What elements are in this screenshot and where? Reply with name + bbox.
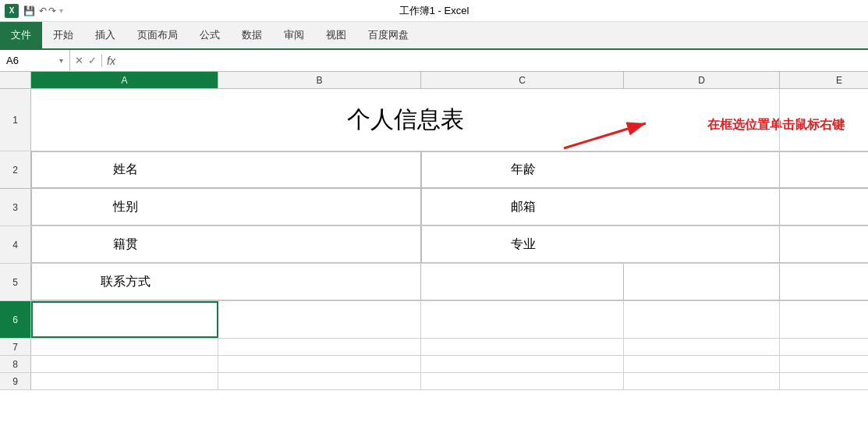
cell-ref-dropdown[interactable]: ▾	[59, 56, 63, 65]
cell-E6[interactable]	[780, 301, 868, 338]
cell-D7[interactable]	[624, 339, 780, 355]
grid-row-8: 8	[0, 356, 868, 373]
grid-row-2: 2 姓名 年龄	[0, 151, 868, 189]
grid-row-9: 9	[0, 373, 868, 390]
col-header-C[interactable]: C	[421, 72, 624, 88]
cell-B6[interactable]	[218, 301, 421, 338]
cell-C2-value: 年龄	[511, 162, 536, 178]
cell-ref-value: A6	[6, 55, 19, 66]
cell-A9[interactable]	[31, 373, 218, 389]
cell-D8[interactable]	[624, 356, 780, 372]
cancel-icon[interactable]: ✕	[75, 55, 83, 66]
row-num-6[interactable]: 6	[0, 301, 31, 338]
cell-C6[interactable]	[421, 301, 624, 338]
formula-bar-actions: ✕ ✓ fx	[70, 55, 120, 67]
column-header-row: A B C D E	[0, 72, 868, 89]
grid-row-6: 6	[0, 301, 868, 339]
cell-C3[interactable]: 邮箱	[421, 189, 624, 226]
redo-icon[interactable]: ↷	[48, 5, 56, 16]
cell-D3[interactable]	[624, 189, 780, 226]
spreadsheet: A B C D E 1 个人信息表 2 姓名 年龄	[0, 72, 868, 390]
grid-row-7: 7	[0, 339, 868, 356]
col-header-B[interactable]: B	[218, 72, 421, 88]
cell-D4[interactable]	[624, 226, 780, 263]
cell-D2[interactable]	[624, 151, 780, 188]
cell-B3[interactable]	[218, 189, 421, 226]
tab-view[interactable]: 视图	[315, 22, 357, 48]
cell-C4[interactable]: 专业	[421, 226, 624, 263]
grid-row-5: 5 联系方式	[0, 264, 868, 301]
col-header-D[interactable]: D	[624, 72, 780, 88]
row-num-7[interactable]: 7	[0, 339, 31, 355]
cell-E3[interactable]	[780, 189, 868, 226]
cell-C5[interactable]	[421, 264, 624, 300]
cell-D9[interactable]	[624, 373, 780, 389]
tab-insert[interactable]: 插入	[84, 22, 126, 48]
title-bar-left: X 💾 ↶ ↷ ▾	[5, 4, 63, 18]
confirm-icon[interactable]: ✓	[88, 55, 97, 66]
cell-A2[interactable]: 姓名	[31, 151, 218, 188]
tab-review[interactable]: 审阅	[273, 22, 315, 48]
function-icon[interactable]: fx	[101, 55, 115, 67]
cell-B8[interactable]	[218, 356, 421, 372]
cell-A1[interactable]: 个人信息表	[31, 89, 780, 151]
cell-E7[interactable]	[780, 339, 868, 355]
cell-A7[interactable]	[31, 339, 218, 355]
save-icon[interactable]: 💾	[22, 4, 36, 18]
cell-A3[interactable]: 性别	[31, 189, 218, 226]
tab-file[interactable]: 文件	[0, 22, 42, 48]
cell-C7[interactable]	[421, 339, 624, 355]
row-num-header-corner	[0, 72, 31, 88]
cell-B9[interactable]	[218, 373, 421, 389]
cell-C9[interactable]	[421, 373, 624, 389]
cell-E5[interactable]	[780, 264, 868, 300]
cell-reference-box[interactable]: A6 ▾	[0, 50, 70, 71]
tab-baidu[interactable]: 百度网盘	[357, 22, 420, 48]
cell-A2-value: 姓名	[113, 162, 138, 178]
row-num-4[interactable]: 4	[0, 226, 31, 263]
tab-pagelayout[interactable]: 页面布局	[126, 22, 189, 48]
formula-input[interactable]	[120, 50, 868, 71]
grid-row-1: 1 个人信息表	[0, 89, 868, 151]
row-num-2[interactable]: 2	[0, 151, 31, 188]
cell-A5-value: 联系方式	[101, 274, 151, 290]
cell-A6-selected[interactable]	[31, 301, 218, 338]
cell-B7[interactable]	[218, 339, 421, 355]
cell-D5[interactable]	[624, 264, 780, 300]
title-bar: X 💾 ↶ ↷ ▾ 工作簿1 - Excel	[0, 0, 868, 22]
row-num-3[interactable]: 3	[0, 189, 31, 226]
cell-C3-value: 邮箱	[511, 199, 536, 215]
cell-E9[interactable]	[780, 373, 868, 389]
cell-E2[interactable]	[780, 151, 868, 188]
col-header-E[interactable]: E	[780, 72, 868, 88]
grid-row-4: 4 籍贯 专业	[0, 226, 868, 264]
window-title: 工作簿1 - Excel	[399, 4, 469, 18]
cell-A3-value: 性别	[113, 199, 138, 215]
cell-A1-value: 个人信息表	[31, 89, 779, 151]
cell-A8[interactable]	[31, 356, 218, 372]
cell-C8[interactable]	[421, 356, 624, 372]
undo-icon[interactable]: ↶	[39, 5, 47, 16]
cell-E4[interactable]	[780, 226, 868, 263]
row-num-8[interactable]: 8	[0, 356, 31, 372]
cell-C2[interactable]: 年龄	[421, 151, 624, 188]
cell-B4[interactable]	[218, 226, 421, 263]
cell-D6[interactable]	[624, 301, 780, 338]
cell-A5[interactable]: 联系方式	[31, 264, 218, 300]
col-header-A[interactable]: A	[31, 72, 218, 88]
more-icon: ▾	[59, 6, 63, 15]
cell-A4[interactable]: 籍贯	[31, 226, 218, 263]
ribbon: 文件 开始 插入 页面布局 公式 数据 审阅 视图 百度网盘	[0, 22, 868, 50]
row-num-9[interactable]: 9	[0, 373, 31, 389]
row-num-5[interactable]: 5	[0, 264, 31, 300]
grid-wrapper: A B C D E 1 个人信息表 2 姓名 年龄	[0, 72, 868, 390]
tab-formulas[interactable]: 公式	[189, 22, 231, 48]
grid-row-3: 3 性别 邮箱	[0, 189, 868, 226]
cell-B2[interactable]	[218, 151, 421, 188]
cell-E8[interactable]	[780, 356, 868, 372]
row-num-1[interactable]: 1	[0, 89, 31, 151]
tab-data[interactable]: 数据	[231, 22, 273, 48]
cell-B5[interactable]	[218, 264, 421, 300]
tab-home[interactable]: 开始	[42, 22, 84, 48]
cell-A4-value: 籍贯	[113, 236, 138, 253]
